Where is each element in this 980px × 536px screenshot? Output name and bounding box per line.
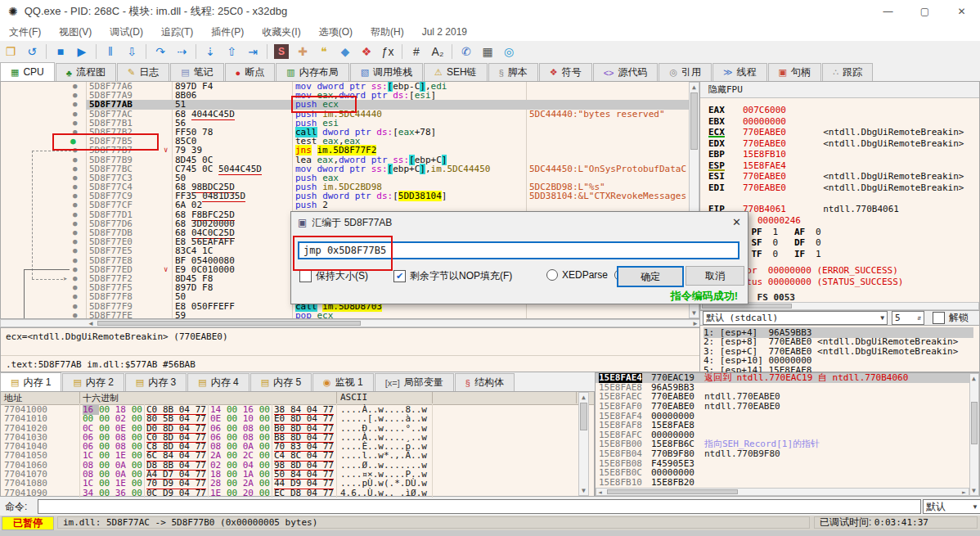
menu-item-6[interactable]: 选项(O) bbox=[310, 25, 362, 39]
dump-row[interactable]: 7704109034 00 36 000C D9 04 771E 00 20 0… bbox=[1, 489, 573, 498]
restart-icon[interactable]: ↺ bbox=[22, 43, 42, 61]
tab-references[interactable]: ◎引用 bbox=[659, 63, 712, 81]
stack-row[interactable]: 15E8FAF0770EABE0ntdll.770EABE0 bbox=[596, 402, 979, 412]
tab-dump-3[interactable]: ▤内存 3 bbox=[125, 373, 187, 391]
dump-vertical-scrollbar[interactable]: ▲ ▼ bbox=[578, 392, 589, 496]
keep-size-checkbox[interactable]: 保持大小(S) bbox=[299, 269, 368, 283]
cancel-button[interactable]: 取消 bbox=[686, 266, 744, 286]
tab-struct[interactable]: §结构体 bbox=[455, 373, 515, 391]
register-row-esi[interactable]: ESI770EABE0 <ntdll.DbgUiRemoteBreakin> bbox=[708, 171, 964, 182]
stack-row[interactable]: 15E8FAE4770EAC19返回到 ntdll.770EAC19 自 ntd… bbox=[596, 373, 979, 383]
tab-notes[interactable]: ▤笔记 bbox=[170, 63, 223, 81]
scylla-icon[interactable]: S bbox=[272, 43, 291, 61]
instruction-dot[interactable]: ● bbox=[73, 302, 77, 311]
minimize-button[interactable]: — bbox=[870, 0, 906, 23]
menu-item-3[interactable]: 追踪(T) bbox=[152, 25, 202, 39]
tab-log[interactable]: ✎日志 bbox=[117, 63, 169, 81]
options-globe-icon[interactable]: ◎ bbox=[499, 43, 519, 61]
instruction-dot[interactable]: ● bbox=[73, 182, 77, 191]
trace-into-icon[interactable]: ⇢ bbox=[172, 43, 191, 61]
instruction-dot[interactable]: ● bbox=[73, 311, 77, 319]
instruction-dot[interactable]: ● bbox=[73, 164, 77, 173]
step-into-icon[interactable]: ⇩ bbox=[122, 43, 142, 61]
arguments-pane[interactable]: 1: [esp+4] 96A59BB32: [esp+8] 770EABE0 <… bbox=[699, 325, 980, 372]
open-file-icon[interactable]: ❐ bbox=[1, 43, 20, 61]
disasm-row[interactable]: ●5D8F77FE59pop ecx bbox=[1, 311, 699, 319]
register-row-eax[interactable]: EAX007C6000 bbox=[708, 105, 786, 115]
calculator-icon[interactable]: ▦ bbox=[478, 43, 497, 61]
tab-trace[interactable]: ∴跟踪 bbox=[822, 63, 873, 81]
menu-item-8[interactable]: Jul 2 2019 bbox=[413, 26, 476, 38]
instruction-dot[interactable]: ● bbox=[73, 155, 77, 164]
register-row-ebp[interactable]: EBP15E8FB10 bbox=[708, 149, 786, 160]
command-input[interactable] bbox=[38, 499, 921, 514]
hash-icon[interactable]: # bbox=[407, 43, 426, 61]
bookmarks-icon[interactable]: ❖ bbox=[357, 43, 376, 61]
instruction-dot[interactable]: ● bbox=[73, 91, 77, 100]
tab-call-stack[interactable]: ▧调用堆栈 bbox=[350, 63, 423, 81]
pause-icon[interactable]: ‖ bbox=[101, 43, 120, 61]
attach-icon[interactable]: ✆ bbox=[456, 43, 476, 61]
register-row-ecx[interactable]: ECX770EABE0 <ntdll.DbgUiRemoteBreakin> bbox=[708, 127, 964, 137]
assemble-icon[interactable]: A₂ bbox=[428, 43, 447, 61]
close-button[interactable]: ✕ bbox=[943, 0, 980, 23]
calling-convention-select[interactable]: 默认 (stdcall)▼ bbox=[703, 311, 888, 325]
dialog-title-bar[interactable]: ▣ 汇编于 5D8F77AB ✕ bbox=[291, 212, 748, 233]
patch-icon[interactable]: ✚ bbox=[293, 43, 312, 61]
register-row-edx[interactable]: EDX770EABE0 <ntdll.DbgUiRemoteBreakin> bbox=[708, 138, 964, 149]
dump-header-1[interactable]: 十六进制 bbox=[79, 392, 337, 403]
step-over-icon[interactable]: ↷ bbox=[151, 43, 170, 61]
nop-fill-checkbox[interactable]: ✔剩余字节以NOP填充(F) bbox=[393, 269, 512, 283]
tab-locals[interactable]: [x=]局部变量 bbox=[375, 373, 454, 391]
xedparse-radio[interactable]: XEDParse bbox=[546, 269, 608, 281]
maximize-button[interactable]: ▢ bbox=[906, 0, 943, 23]
instruction-dot[interactable]: ● bbox=[73, 100, 77, 109]
instruction-dot[interactable]: ● bbox=[73, 265, 77, 274]
instruction-dot[interactable]: ● bbox=[73, 256, 77, 265]
dump-header-2[interactable]: ASCII bbox=[337, 392, 433, 403]
memory-dump-pane[interactable]: 地址十六进制ASCII 7704100016 00 18 00C0 8B 04 … bbox=[0, 391, 595, 497]
hide-fpu-button[interactable]: 隐藏FPU bbox=[700, 82, 979, 98]
run-to-user-code-icon[interactable]: ⇥ bbox=[243, 43, 263, 61]
instruction-dot[interactable]: ● bbox=[73, 82, 77, 91]
arg-depth-stepper[interactable]: 5⇵ bbox=[892, 311, 924, 325]
instruction-dot[interactable]: ● bbox=[73, 110, 77, 119]
ok-button[interactable]: 确定 bbox=[617, 266, 684, 287]
comments-icon[interactable]: ❝ bbox=[314, 43, 334, 61]
stack-pane[interactable]: 15E8FAE4770EAC19返回到 ntdll.770EAC19 自 ntd… bbox=[595, 372, 980, 497]
tab-cpu[interactable]: ▦CPU bbox=[0, 62, 55, 81]
instruction-dot[interactable]: ● bbox=[73, 228, 77, 237]
tab-dump-2[interactable]: ▤内存 2 bbox=[62, 373, 124, 391]
menu-item-1[interactable]: 视图(V) bbox=[50, 25, 101, 39]
menu-item-0[interactable]: 文件(F) bbox=[0, 25, 50, 39]
trace-over-icon[interactable]: ⇣ bbox=[200, 43, 220, 61]
disasm-horizontal-scrollbar[interactable]: ◄ ► bbox=[0, 319, 700, 327]
menu-item-2[interactable]: 调试(D) bbox=[101, 25, 152, 39]
instruction-dot[interactable]: ● bbox=[73, 210, 77, 219]
stack-vertical-scrollbar[interactable]: ▲ ▼ bbox=[969, 373, 979, 496]
register-row-ebx[interactable]: EBX00000000 bbox=[708, 116, 786, 127]
tab-dump-1[interactable]: ▤内存 1 bbox=[0, 372, 61, 391]
instruction-dot[interactable]: ● bbox=[73, 246, 77, 255]
tab-handles[interactable]: ▣句柄 bbox=[768, 63, 821, 81]
instruction-dot[interactable]: ● bbox=[73, 237, 77, 246]
instruction-dot[interactable]: ● bbox=[73, 283, 77, 292]
tab-dump-5[interactable]: ▤内存 5 bbox=[250, 373, 312, 391]
menu-item-7[interactable]: 帮助(H) bbox=[362, 25, 413, 39]
tab-breakpoints[interactable]: ●断点 bbox=[225, 63, 276, 81]
register-row-edi[interactable]: EDI770EABE0 <ntdll.DbgUiRemoteBreakin> bbox=[708, 182, 964, 193]
register-row-esp[interactable]: ESP15E8FAE4 bbox=[708, 160, 786, 171]
dump-header-3[interactable] bbox=[432, 392, 577, 403]
dump-header-0[interactable]: 地址 bbox=[1, 392, 80, 403]
instruction-dot[interactable]: ● bbox=[73, 200, 77, 209]
execute-till-return-icon[interactable]: ⇧ bbox=[222, 43, 241, 61]
instruction-dot[interactable]: ● bbox=[73, 219, 77, 228]
tab-memory-map[interactable]: ▥内存布局 bbox=[276, 63, 348, 81]
jump-target-dot[interactable]: ● bbox=[73, 274, 77, 283]
instruction-dot[interactable]: ● bbox=[73, 292, 77, 301]
menu-item-4[interactable]: 插件(P) bbox=[202, 25, 253, 39]
tab-threads[interactable]: ≫线程 bbox=[713, 63, 767, 81]
instruction-dot[interactable]: ● bbox=[73, 191, 77, 200]
stack-row[interactable]: 15E8FB1015E8FB20 bbox=[596, 478, 979, 488]
tab-seh[interactable]: ⚠SEH链 bbox=[424, 63, 488, 81]
